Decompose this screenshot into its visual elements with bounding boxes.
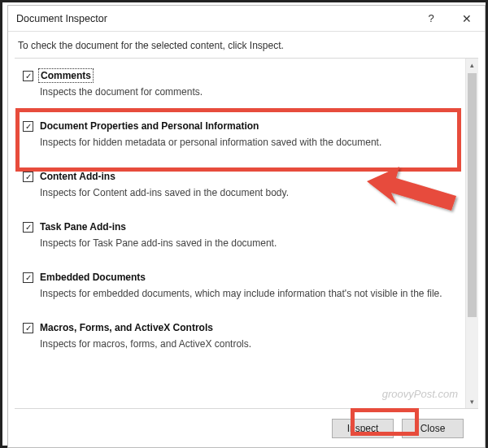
- close-button[interactable]: Close: [402, 419, 464, 438]
- checkbox-macros[interactable]: ✓: [23, 323, 33, 333]
- item-comments: ✓ Comments Inspects the document for com…: [21, 67, 459, 101]
- scroll-down-icon[interactable]: ▾: [466, 395, 478, 408]
- vertical-scrollbar[interactable]: ▴ ▾: [465, 59, 478, 408]
- desc-macros: Inspects for macros, forms, and ActiveX …: [40, 338, 457, 350]
- desc-embedded-docs: Inspects for embedded documents, which m…: [40, 288, 457, 299]
- dialog-instruction: To check the document for the selected c…: [8, 32, 485, 58]
- dialog-title: Document Inspector: [16, 13, 413, 24]
- label-embedded-docs[interactable]: Embedded Documents: [40, 272, 146, 283]
- content-area: ✓ Comments Inspects the document for com…: [15, 58, 478, 408]
- item-embedded-docs: ✓ Embedded Documents Inspects for embedd…: [21, 268, 459, 302]
- checkbox-comments[interactable]: ✓: [23, 71, 33, 81]
- close-window-button[interactable]: ✕: [449, 6, 485, 32]
- document-inspector-dialog: Document Inspector ? ✕ To check the docu…: [7, 5, 486, 448]
- inspect-button[interactable]: Inspect: [332, 419, 394, 438]
- label-comments[interactable]: Comments: [40, 70, 92, 81]
- checkbox-doc-properties[interactable]: ✓: [23, 121, 33, 132]
- dialog-footer: Inspect Close: [15, 408, 478, 447]
- label-doc-properties[interactable]: Document Properties and Personal Informa…: [40, 120, 259, 132]
- desc-content-addins: Inspects for Content add-ins saved in th…: [40, 187, 457, 198]
- item-doc-properties: ✓ Document Properties and Personal Infor…: [21, 117, 459, 151]
- checkbox-embedded-docs[interactable]: ✓: [23, 272, 33, 283]
- inspection-list: ✓ Comments Inspects the document for com…: [15, 59, 465, 408]
- help-button[interactable]: ?: [413, 6, 449, 32]
- label-content-addins[interactable]: Content Add-ins: [40, 171, 115, 182]
- checkbox-taskpane-addins[interactable]: ✓: [23, 222, 33, 233]
- item-taskpane-addins: ✓ Task Pane Add-ins Inspects for Task Pa…: [21, 218, 459, 252]
- scroll-thumb[interactable]: [468, 73, 477, 317]
- desc-taskpane-addins: Inspects for Task Pane add-ins saved in …: [40, 237, 457, 249]
- label-taskpane-addins[interactable]: Task Pane Add-ins: [40, 221, 126, 233]
- scroll-up-icon[interactable]: ▴: [466, 59, 478, 72]
- desc-doc-properties: Inspects for hidden metadata or personal…: [40, 137, 457, 148]
- checkbox-content-addins[interactable]: ✓: [23, 172, 33, 182]
- desc-comments: Inspects the document for comments.: [40, 86, 457, 98]
- item-macros: ✓ Macros, Forms, and ActiveX Controls In…: [21, 319, 459, 353]
- label-macros[interactable]: Macros, Forms, and ActiveX Controls: [40, 322, 213, 333]
- titlebar: Document Inspector ? ✕: [8, 6, 485, 32]
- item-content-addins: ✓ Content Add-ins Inspects for Content a…: [21, 167, 459, 202]
